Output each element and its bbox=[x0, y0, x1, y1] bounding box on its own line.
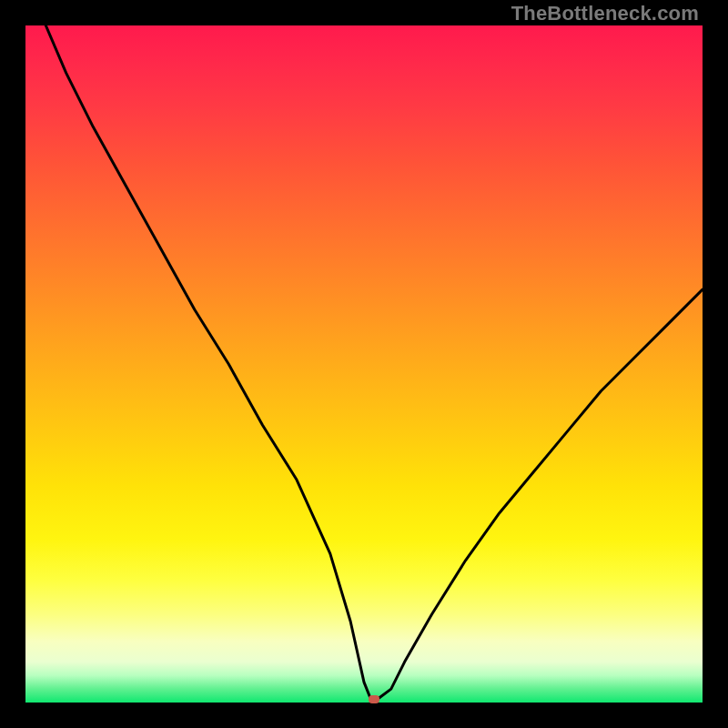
chart-frame: TheBottleneck.com bbox=[0, 0, 728, 728]
plot-area bbox=[25, 25, 703, 703]
optimal-point-marker bbox=[369, 695, 379, 703]
watermark-text: TheBottleneck.com bbox=[511, 2, 699, 25]
bottleneck-curve bbox=[25, 25, 703, 703]
